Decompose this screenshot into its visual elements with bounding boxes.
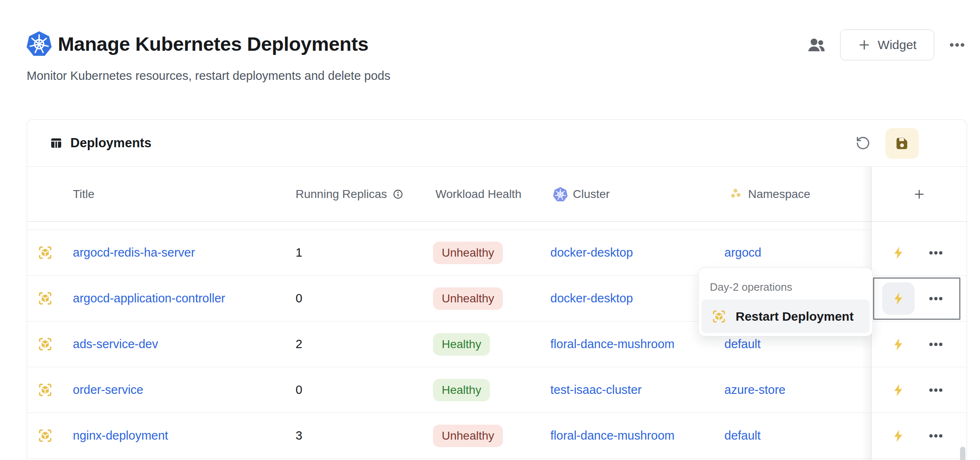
day2-actions-icon[interactable] [891,230,906,275]
popup-section-label: Day-2 operations [710,281,792,294]
plus-icon [913,188,925,200]
deployment-title-link[interactable]: argocd-application-controller [73,292,225,305]
running-replicas-value: 3 [296,413,302,458]
day2-actions-icon[interactable] [891,276,906,321]
deployment-cube-icon [37,230,53,275]
day2-actions-icon[interactable] [891,367,906,413]
cluster-link[interactable]: floral-dance-mushroom [550,429,674,443]
row-menu-icon[interactable] [928,413,944,458]
table-row: nginx-deployment 3 Unhealthy floral-danc… [27,413,967,459]
partial-scrolled-row [27,222,871,230]
cluster-link[interactable]: floral-dance-mushroom [550,337,674,351]
namespace-link[interactable]: azure-store [724,383,786,397]
save-button[interactable] [885,128,919,159]
workload-health-badge: Healthy [433,379,490,401]
widget-card-header: Deployments [27,120,967,167]
add-widget-button[interactable]: Widget [840,30,934,60]
row-menu-icon[interactable] [928,276,944,321]
running-replicas-value: 0 [296,367,302,413]
table-header-row: Title Running Replicas Workload Health C… [27,167,967,222]
widget-title: Deployments [70,136,152,151]
reset-icon[interactable] [856,136,871,151]
namespace-link[interactable]: default [724,337,761,351]
running-replicas-value: 1 [296,230,302,275]
row-menu-icon[interactable] [928,322,944,367]
kubernetes-icon [26,31,52,57]
table-body: argocd-redis-ha-server 1 Unhealthy docke… [27,230,967,459]
deployment-cube-icon [37,276,53,321]
column-header-workload-health[interactable]: Workload Health [435,167,521,221]
kubernetes-icon [553,187,568,202]
page-title: Manage Kubernetes Deployments [58,32,368,55]
day2-actions-icon[interactable] [891,322,906,367]
deployment-cube-icon [37,322,53,367]
header-actions: Widget [807,30,966,60]
workload-health-badge: Unhealthy [433,425,503,447]
restart-deployment-menu-item[interactable]: Restart Deployment [701,299,870,333]
vertical-scrollbar-thumb[interactable] [960,447,965,460]
members-icon[interactable] [807,35,826,54]
workload-health-badge: Unhealthy [433,242,503,264]
day2-operations-popup: Day-2 operations Restart Deployment [698,267,873,336]
column-header-running-replicas[interactable]: Running Replicas [296,167,403,221]
workload-health-badge: Healthy [433,333,490,356]
deployment-title-link[interactable]: ads-service-dev [73,337,158,351]
deployment-title-link[interactable]: order-service [73,383,143,397]
deployment-title-link[interactable]: nginx-deployment [73,429,168,443]
deployment-cube-icon [37,367,53,413]
table-widget-icon [50,136,63,150]
day2-actions-icon[interactable] [891,413,906,458]
workload-health-badge: Unhealthy [433,287,503,310]
deployment-title-link[interactable]: argocd-redis-ha-server [73,246,195,260]
column-header-title[interactable]: Title [73,167,95,221]
row-menu-icon[interactable] [928,367,944,413]
table-row: order-service 0 Healthy test-isaac-clust… [27,367,967,413]
info-icon[interactable] [393,189,403,200]
running-replicas-value: 2 [296,322,302,367]
namespace-dots-icon [730,188,743,201]
save-icon [894,136,910,151]
page-header: Manage Kubernetes Deployments [26,31,368,57]
cluster-link[interactable]: docker-desktop [550,246,633,260]
running-replicas-value: 0 [296,276,302,321]
deployment-cube-icon [37,413,53,458]
page-subtitle: Monitor Kubernetes resources, restart de… [27,69,391,83]
column-header-cluster[interactable]: Cluster [553,167,610,221]
add-widget-label: Widget [878,38,916,52]
cluster-link[interactable]: docker-desktop [550,292,633,305]
add-column-button[interactable] [871,167,967,221]
page-menu-icon[interactable] [948,36,966,54]
namespace-link[interactable]: default [724,429,761,443]
column-header-namespace[interactable]: Namespace [730,167,810,221]
deployment-cube-icon [711,309,726,324]
namespace-link[interactable]: argocd [724,246,761,260]
plus-icon [858,38,871,52]
row-menu-icon[interactable] [928,230,944,275]
cluster-link[interactable]: test-isaac-cluster [550,383,642,397]
